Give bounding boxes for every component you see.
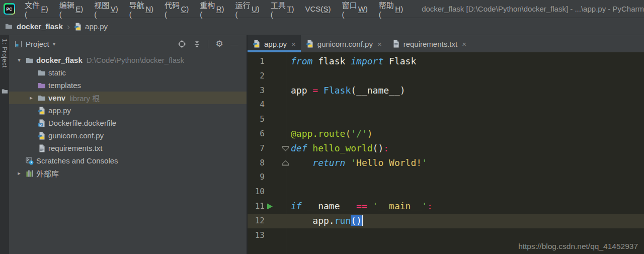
project-stripe-button[interactable]: 1: Project: [1, 39, 8, 68]
breadcrumb-separator-icon: ›: [67, 22, 70, 31]
line-number[interactable]: 12: [248, 214, 265, 228]
tab-gunicorn-conf-py[interactable]: gunicorn.conf.py×: [301, 35, 387, 52]
chevron-right-icon[interactable]: ▸: [14, 170, 24, 177]
line-number[interactable]: 11: [248, 199, 265, 214]
line-number[interactable]: 4: [248, 98, 265, 112]
line-number[interactable]: 8: [248, 156, 265, 171]
breadcrumb-project[interactable]: docker_flask: [17, 22, 63, 31]
code-text: @app.route('/'): [286, 127, 373, 141]
chevron-down-icon[interactable]: ▾: [14, 57, 24, 63]
close-icon[interactable]: ×: [291, 40, 296, 48]
line-number[interactable]: 3: [248, 83, 265, 98]
chevron-right-icon[interactable]: ▸: [26, 95, 36, 101]
pycharm-window: PC 文件(F)编辑(E)视图(V)导航(N)代码(C)重构(R)运行(U)工具…: [0, 0, 644, 254]
menu-bar: PC 文件(F)编辑(E)视图(V)导航(N)代码(C)重构(R)运行(U)工具…: [0, 0, 644, 18]
python-icon: [36, 107, 47, 115]
tree-item-label: venv: [48, 94, 65, 102]
tab-app-py[interactable]: app.py×: [248, 35, 301, 52]
line-number[interactable]: 6: [248, 127, 265, 141]
menu-item-t[interactable]: 工具(T): [265, 0, 300, 18]
menu-item-u[interactable]: 运行(U): [230, 0, 265, 18]
menu-item-v[interactable]: 视图(V): [89, 0, 124, 18]
menu-item-n[interactable]: 导航(N): [124, 0, 159, 18]
python-icon: [306, 40, 314, 48]
tree-item-static[interactable]: static: [9, 66, 247, 79]
tab-requirements-txt[interactable]: requirements.txt×: [387, 35, 471, 52]
tree-item-label: app.py: [48, 106, 71, 115]
code-line-9[interactable]: 9: [248, 170, 644, 185]
tree-item-scratches-and-consoles[interactable]: Scratches and Consoles: [9, 154, 247, 167]
code-line-2[interactable]: 2: [248, 69, 644, 83]
code-line-11[interactable]: 11if __name__ == '__main__':: [248, 199, 644, 214]
line-number[interactable]: 13: [248, 228, 265, 243]
tab-label: requirements.txt: [404, 40, 458, 48]
code-line-6[interactable]: 6@app.route('/'): [248, 127, 644, 141]
editor-tabs: app.py×gunicorn.conf.py×requirements.txt…: [248, 35, 644, 52]
project-tree: ▾docker_flaskD:\Code\Python\docker_flask…: [9, 53, 247, 180]
menu-item-e[interactable]: 编辑(E): [54, 0, 89, 18]
tree-item-app-py[interactable]: app.py: [9, 104, 247, 117]
close-icon[interactable]: ×: [462, 40, 466, 48]
code-line-5[interactable]: 5: [248, 112, 644, 127]
tree-item-label: templates: [48, 81, 81, 90]
editor: app.py×gunicorn.conf.py×requirements.txt…: [247, 35, 644, 254]
svg-text:D: D: [39, 123, 42, 126]
line-number[interactable]: 5: [248, 112, 265, 127]
tree-item-label: static: [48, 68, 66, 77]
project-panel-title[interactable]: Project: [26, 40, 49, 48]
line-number[interactable]: 1: [248, 54, 265, 69]
code-line-8[interactable]: 8 return 'Hello World!': [248, 156, 644, 171]
run-button-icon[interactable]: [267, 203, 273, 209]
tree-item-docker-flask[interactable]: ▾docker_flaskD:\Code\Python\docker_flask: [9, 54, 247, 66]
code-editor[interactable]: https://blog.csdn.net/qq_41452937 1from …: [248, 52, 644, 254]
tree-item-gunicorn-conf-py[interactable]: gunicorn.conf.py: [9, 129, 247, 142]
tree-item-requirements-txt[interactable]: requirements.txt: [9, 142, 247, 154]
hide-panel-icon[interactable]: —: [228, 38, 240, 50]
tree-item-templates[interactable]: templates: [9, 79, 247, 92]
settings-gear-icon[interactable]: ⚙: [213, 38, 225, 50]
python-icon: [36, 132, 47, 140]
tree-item-label: Scratches and Consoles: [36, 156, 118, 165]
close-icon[interactable]: ×: [377, 40, 382, 48]
menu-item-c[interactable]: 代码(C): [159, 0, 194, 18]
folder-icon: [5, 23, 13, 30]
python-file-icon: [74, 23, 82, 31]
code-line-4[interactable]: 4: [248, 98, 644, 112]
code-line-7[interactable]: 7def hello_world():: [248, 141, 644, 156]
folder-icon: [24, 56, 35, 64]
line-number[interactable]: 7: [248, 141, 265, 156]
text-icon: [36, 144, 47, 152]
docker-icon: D: [36, 119, 47, 127]
menu-item-r[interactable]: 重构(R): [194, 0, 229, 18]
main-area: 1: Project Project ▾ ⚙ — ▾docker_flaskD:…: [0, 35, 644, 254]
menu-item-h[interactable]: 帮助(H): [373, 0, 409, 18]
tree-item-venv[interactable]: ▸venvlibrary 根: [9, 92, 247, 104]
code-line-12[interactable]: 12 app.run(): [248, 214, 644, 228]
line-number[interactable]: 9: [248, 170, 265, 185]
tree-item-label: 外部库: [36, 168, 59, 179]
menu-item-w[interactable]: 窗口(W): [336, 0, 373, 18]
pycharm-logo-icon: PC: [4, 3, 15, 15]
tree-item-label: gunicorn.conf.py: [48, 131, 104, 140]
tab-label: app.py: [264, 40, 287, 48]
code-line-3[interactable]: 3app = Flask(__name__): [248, 83, 644, 98]
menu-item-vcs-s[interactable]: VCS(S): [300, 0, 337, 18]
chevron-down-icon[interactable]: ▾: [53, 41, 56, 47]
menu-item-f[interactable]: 文件(F): [19, 0, 54, 18]
tree-item-9[interactable]: ▸外部库: [9, 167, 247, 180]
code-line-13[interactable]: 13: [248, 228, 644, 243]
tree-item-dockerfile-dockerfile[interactable]: DDockerfile.dockerfile: [9, 117, 247, 129]
tree-item-label: Dockerfile.dockerfile: [48, 119, 116, 127]
main-menu: 文件(F)编辑(E)视图(V)导航(N)代码(C)重构(R)运行(U)工具(T)…: [19, 0, 409, 18]
line-number[interactable]: 2: [248, 69, 265, 83]
project-panel: Project ▾ ⚙ — ▾docker_flaskD:\Code\Pytho…: [9, 35, 247, 254]
code-line-10[interactable]: 10: [248, 185, 644, 199]
locate-icon[interactable]: [176, 38, 188, 50]
watermark: https://blog.csdn.net/qq_41452937: [518, 242, 638, 251]
line-number[interactable]: 10: [248, 185, 265, 199]
tree-item-label: requirements.txt: [48, 144, 103, 152]
breadcrumb-file[interactable]: app.py: [85, 22, 108, 31]
collapse-all-icon[interactable]: [191, 38, 203, 50]
folder-icon: [36, 69, 47, 77]
code-line-1[interactable]: 1from flask import Flask: [248, 54, 644, 69]
